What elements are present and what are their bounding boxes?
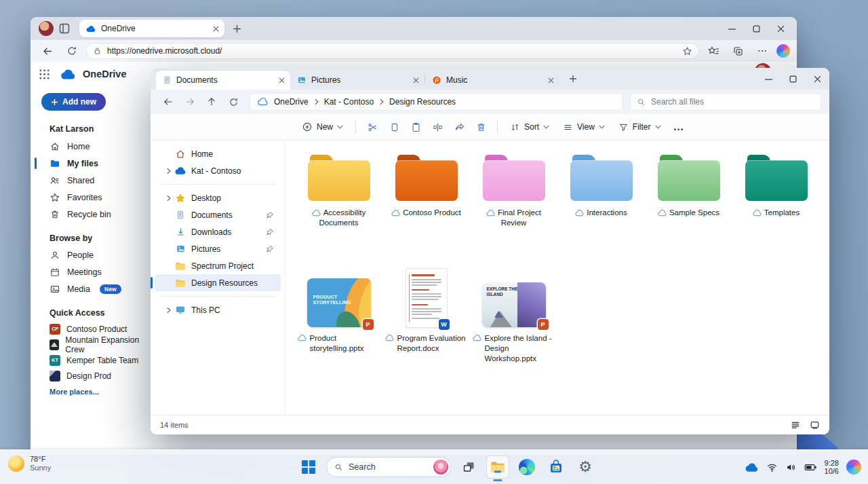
tree-item-documents[interactable]: Documents (155, 206, 281, 223)
explorer-close-button[interactable] (805, 70, 829, 88)
copilot-icon[interactable] (776, 44, 790, 58)
tab-close-icon[interactable] (279, 77, 285, 83)
explorer-tab-pictures[interactable]: Pictures (290, 71, 425, 90)
explorer-tab-music[interactable]: Music (425, 71, 559, 90)
browser-tab-onedrive[interactable]: OneDrive (79, 20, 224, 37)
quick-access-design-prod[interactable]: Design Prod (31, 368, 151, 384)
chevron-right-icon[interactable] (379, 98, 384, 105)
tree-item-desktop[interactable]: Desktop (155, 189, 281, 206)
chevron-right-icon[interactable] (166, 195, 171, 202)
sidebar-item-people[interactable]: People (31, 246, 151, 263)
explorer-tab-documents[interactable]: Documents (156, 71, 290, 90)
file-item[interactable]: W Program Evaluation Report.docx (382, 262, 470, 377)
battery-icon[interactable] (804, 462, 817, 472)
details-view-icon[interactable] (791, 420, 800, 430)
delete-icon[interactable] (471, 117, 491, 137)
tree-item-home[interactable]: Home (155, 145, 281, 162)
volume-icon[interactable] (785, 462, 797, 472)
sidebar-item-media[interactable]: Media New (31, 280, 151, 297)
wifi-icon[interactable] (766, 462, 778, 472)
tree-item-design-resources[interactable]: Design Resources (155, 274, 281, 291)
sidebar-item-my-files[interactable]: My files (31, 155, 151, 172)
sidebar-item-favorites[interactable]: Favorites (31, 189, 151, 206)
tab-close-icon[interactable] (413, 77, 419, 83)
tab-close-icon[interactable] (213, 26, 219, 32)
more-options-icon[interactable]: … (669, 117, 689, 137)
refresh-icon[interactable] (62, 41, 82, 61)
breadcrumb-segment[interactable]: OneDrive (274, 97, 309, 107)
taskbar-file-explorer[interactable] (486, 455, 509, 479)
share-icon[interactable] (449, 117, 469, 137)
chevron-right-icon[interactable] (166, 307, 171, 314)
quick-access-kemper-table-team[interactable]: KT Kemper Table Team (31, 352, 151, 368)
copilot-taskbar-icon[interactable] (846, 460, 861, 474)
quick-access-mountain-expansion-crew[interactable]: Mountain Expansion Crew (31, 337, 151, 352)
app-launcher-waffle-icon[interactable] (39, 69, 50, 80)
favorite-star-icon[interactable] (682, 46, 692, 56)
favorites-bar-icon[interactable] (703, 41, 724, 61)
folder-item[interactable]: Sample Specs (645, 149, 732, 258)
nav-up-icon[interactable] (202, 93, 221, 111)
tab-close-icon[interactable] (548, 77, 554, 83)
tree-item-kat-contoso[interactable]: Kat - Contoso (155, 162, 281, 179)
folder-item[interactable]: Accessibility Documents (295, 149, 382, 258)
taskbar-clock[interactable]: 9:28 10/6 (825, 459, 839, 476)
sidebar-item-recycle-bin[interactable]: Recycle bin (31, 206, 151, 223)
chevron-right-icon[interactable] (166, 168, 171, 174)
chevron-right-icon[interactable] (314, 98, 319, 105)
tree-item-spectrum-project[interactable]: Spectrum Project (155, 257, 281, 274)
sidebar-item-home[interactable]: Home (31, 138, 151, 155)
address-bar[interactable]: https://onedrive.microsoft.cloud/ (86, 43, 699, 59)
tray-onedrive-icon[interactable] (745, 462, 759, 472)
filter-button[interactable]: Filter (612, 117, 667, 137)
task-view-button[interactable] (457, 455, 480, 479)
folder-item[interactable]: Templates (732, 149, 820, 258)
tree-item-this-pc[interactable]: This PC (155, 301, 281, 318)
paste-icon[interactable] (406, 117, 426, 137)
start-button[interactable] (297, 455, 320, 479)
taskbar-search[interactable]: Search (326, 457, 451, 477)
browser-settings-dots-icon[interactable] (752, 41, 772, 61)
taskbar-store[interactable] (545, 455, 568, 479)
breadcrumb-segment[interactable]: Design Resources (389, 97, 456, 107)
browser-close-button[interactable] (768, 20, 793, 37)
file-item[interactable]: PRODUCT STORYTELLING P Product storytell… (295, 262, 382, 377)
new-tab-button[interactable] (569, 75, 577, 83)
sort-button[interactable]: Sort (504, 117, 555, 137)
folder-item[interactable]: Final Project Review (470, 149, 557, 258)
nav-back-icon[interactable] (159, 93, 178, 111)
workspaces-icon[interactable] (59, 23, 70, 34)
add-new-button[interactable]: Add new (41, 93, 106, 111)
tree-item-downloads[interactable]: Downloads (155, 223, 281, 240)
sidebar-item-shared[interactable]: Shared (31, 172, 151, 189)
browser-minimize-button[interactable] (719, 20, 744, 37)
file-item[interactable]: EXPLORE THE ISLAND P Explore the Island … (470, 262, 557, 377)
site-permissions-icon[interactable] (93, 46, 102, 56)
weather-widget[interactable]: 78°F Sunny (8, 455, 51, 472)
taskbar-settings[interactable]: ⚙ (574, 455, 597, 479)
folder-item[interactable]: Interactions (557, 149, 645, 258)
more-places-link[interactable]: More places... (50, 388, 151, 396)
taskbar-edge[interactable] (515, 455, 538, 479)
browser-maximize-button[interactable] (744, 20, 768, 37)
collections-icon[interactable] (728, 41, 748, 61)
explorer-search-box[interactable]: Search all files (630, 93, 821, 111)
nav-forward-icon[interactable] (180, 93, 199, 111)
browser-profile-avatar[interactable] (39, 21, 54, 36)
nav-refresh-icon[interactable] (224, 93, 243, 111)
explorer-minimize-button[interactable] (756, 70, 781, 88)
folder-item[interactable]: Contoso Product (382, 149, 470, 258)
back-icon[interactable] (37, 41, 58, 61)
sidebar-item-meetings[interactable]: Meetings (31, 263, 151, 280)
view-button[interactable]: View (557, 117, 611, 137)
thumbnail-view-icon[interactable] (810, 420, 820, 430)
breadcrumb[interactable]: OneDrive Kat - Contoso Design Resources (250, 93, 623, 111)
new-button[interactable]: New (296, 117, 349, 137)
copy-icon[interactable] (384, 117, 404, 137)
cut-icon[interactable] (362, 117, 382, 137)
new-tab-button[interactable] (233, 24, 241, 33)
tree-item-pictures[interactable]: Pictures (155, 240, 281, 257)
rename-icon[interactable] (427, 117, 448, 137)
explorer-maximize-button[interactable] (781, 70, 805, 88)
breadcrumb-segment[interactable]: Kat - Contoso (324, 97, 374, 107)
